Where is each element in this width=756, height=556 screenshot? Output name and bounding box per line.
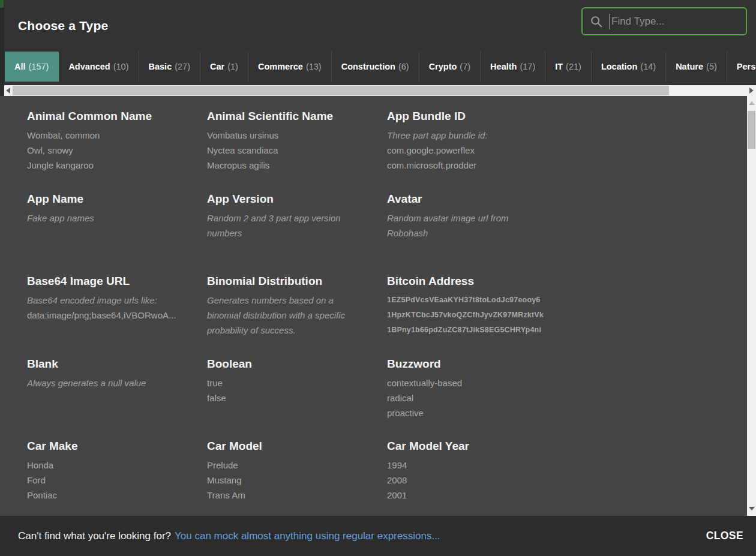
tab-count: (14)	[640, 62, 656, 71]
type-example: com.microsoft.prodder	[387, 158, 562, 173]
tab-health[interactable]: Health(17)	[481, 52, 545, 82]
tab-personal[interactable]: Personal(30)	[727, 52, 756, 82]
type-example: Vombatus ursinus	[207, 128, 382, 143]
type-grid: Animal Common NameWombat, commonOwl, sno…	[27, 109, 747, 516]
type-example: Macropus agilis	[207, 158, 382, 173]
type-name: Blank	[27, 357, 202, 371]
type-card-boolean[interactable]: Booleantruefalse	[207, 357, 382, 440]
tab-label: Construction	[341, 62, 395, 71]
tab-crypto[interactable]: Crypto(7)	[419, 52, 481, 82]
tab-commerce[interactable]: Commerce(13)	[248, 52, 332, 82]
type-description: Random 2 and 3 part app version	[207, 211, 382, 226]
type-example: Wombat, common	[27, 128, 202, 143]
type-example: Owl, snowy	[27, 143, 202, 158]
scroll-right-icon[interactable]	[749, 88, 754, 94]
tab-advanced[interactable]: Advanced(10)	[59, 52, 139, 82]
type-name: App Bundle ID	[387, 109, 562, 124]
dialog-footer: Can't find what you're looking for? You …	[0, 516, 756, 556]
type-card-base64-image-url[interactable]: Base64 Image URLBase64 encoded image url…	[27, 274, 202, 357]
scrollbar-left-inset	[0, 85, 4, 96]
type-name: Avatar	[387, 192, 562, 206]
type-name: Car Model Year	[387, 439, 562, 453]
tab-label: Nature	[676, 62, 703, 71]
tab-label: IT	[555, 62, 563, 71]
type-card-animal-common-name[interactable]: Animal Common NameWombat, commonOwl, sno…	[27, 109, 202, 192]
tab-count: (7)	[460, 62, 470, 71]
type-name: Car Model	[207, 439, 382, 453]
type-card-binomial-distribution[interactable]: Binomial DistributionGenerates numbers b…	[207, 274, 382, 357]
tab-all[interactable]: All(157)	[5, 52, 59, 82]
tab-count: (27)	[175, 62, 190, 71]
type-list: Animal Common NameWombat, commonOwl, sno…	[0, 96, 747, 516]
type-description: Robohash	[387, 226, 562, 241]
type-example: 1EZ5PdVcsVEaaKYH37t8toLodJc97eooy6	[387, 293, 562, 308]
type-example: Pontiac	[27, 488, 202, 503]
type-card-bitcoin-address[interactable]: Bitcoin Address1EZ5PdVcsVEaaKYH37t8toLod…	[387, 274, 562, 357]
scroll-left-icon[interactable]	[6, 88, 10, 94]
type-example: 1BPny1b66pdZuZC87tJikS8EG5CHRYp4ni	[387, 323, 562, 338]
type-name: App Name	[27, 192, 202, 206]
horizontal-scrollbar[interactable]	[0, 85, 756, 96]
dialog-header: Choose a Type All(157)Advanced(10)Basic(…	[0, 0, 756, 85]
type-description: numbers	[207, 226, 382, 241]
tab-car[interactable]: Car(1)	[200, 52, 248, 82]
type-description: binomial distribution with a specific	[207, 308, 382, 323]
type-example: Jungle kangaroo	[27, 158, 202, 173]
type-card-car-model-year[interactable]: Car Model Year199420082001	[387, 439, 562, 516]
horizontal-scrollbar-thumb[interactable]	[13, 86, 669, 95]
tab-count: (10)	[113, 62, 129, 71]
search-box[interactable]	[581, 7, 747, 35]
type-example: proactive	[387, 405, 562, 420]
type-card-blank[interactable]: BlankAlways generates a null value	[27, 357, 202, 440]
type-example: Nyctea scandiaca	[207, 143, 382, 158]
category-tabs: All(157)Advanced(10)Basic(27)Car(1)Comme…	[0, 52, 756, 82]
search-input[interactable]	[610, 16, 739, 28]
scroll-up-icon[interactable]	[749, 101, 755, 105]
scroll-down-icon[interactable]	[749, 507, 755, 510]
tab-count: (21)	[566, 62, 581, 71]
type-name: Buzzword	[387, 357, 562, 371]
tab-count: (17)	[520, 62, 535, 71]
type-card-avatar[interactable]: AvatarRandom avatar image url fromRoboha…	[387, 192, 562, 275]
type-card-animal-scientific-name[interactable]: Animal Scientific NameVombatus ursinusNy…	[207, 109, 382, 192]
type-card-app-version[interactable]: App VersionRandom 2 and 3 part app versi…	[207, 192, 382, 275]
header-top: Choose a Type	[0, 0, 756, 52]
type-card-car-model[interactable]: Car ModelPreludeMustangTrans Am	[207, 439, 382, 516]
type-name: Animal Common Name	[27, 109, 202, 124]
close-button[interactable]: CLOSE	[706, 530, 743, 542]
type-example: Prelude	[207, 458, 382, 473]
tab-label: Crypto	[429, 62, 457, 71]
regex-link[interactable]: You can mock almost anything using regul…	[175, 530, 440, 542]
tab-label: Health	[490, 62, 517, 71]
type-name: Boolean	[207, 357, 382, 371]
type-example: 2001	[387, 488, 562, 503]
type-example: 1994	[387, 458, 562, 473]
type-example: data:image/png;base64,iVBORwoA...	[27, 308, 202, 323]
tab-location[interactable]: Location(14)	[592, 52, 666, 82]
tab-nature[interactable]: Nature(5)	[666, 52, 727, 82]
vertical-scrollbar-thumb[interactable]	[748, 111, 755, 149]
type-example: radical	[387, 390, 562, 405]
vertical-scrollbar[interactable]	[747, 96, 756, 516]
tab-it[interactable]: IT(21)	[545, 52, 592, 82]
type-description: Three part app bundle id:	[387, 128, 562, 143]
type-example: 2008	[387, 473, 562, 488]
tab-label: Personal	[737, 62, 756, 71]
type-name: App Version	[207, 192, 382, 206]
type-name: Bitcoin Address	[387, 274, 562, 288]
type-card-app-name[interactable]: App NameFake app names	[27, 192, 202, 275]
type-example: Mustang	[207, 473, 382, 488]
search-icon	[590, 15, 603, 28]
tab-label: Advanced	[68, 62, 110, 71]
tab-count: (5)	[706, 62, 717, 71]
type-example: contextually-based	[387, 375, 562, 390]
tab-basic[interactable]: Basic(27)	[139, 52, 201, 82]
type-name: Animal Scientific Name	[207, 109, 382, 124]
type-card-car-make[interactable]: Car MakeHondaFordPontiac	[27, 439, 202, 516]
type-card-app-bundle-id[interactable]: App Bundle IDThree part app bundle id:co…	[387, 109, 562, 192]
type-card-buzzword[interactable]: Buzzwordcontextually-basedradicalproacti…	[387, 357, 562, 440]
tab-count: (1)	[227, 62, 238, 71]
tab-construction[interactable]: Construction(6)	[332, 52, 419, 82]
tab-count: (13)	[306, 62, 322, 71]
type-example: Honda	[27, 458, 202, 473]
